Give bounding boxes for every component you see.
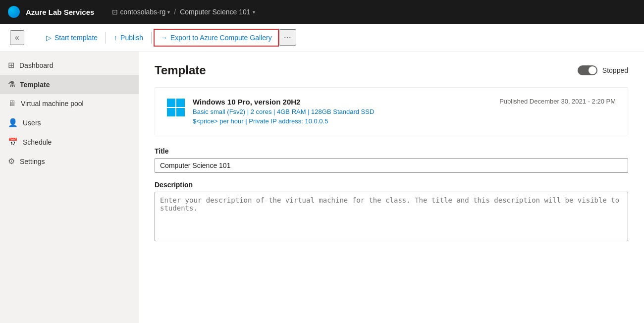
template-form: Title Description: [155, 147, 628, 243]
export-icon: →: [161, 34, 167, 42]
sidebar-item-dashboard-label: Dashboard: [19, 61, 54, 69]
description-label: Description: [155, 181, 628, 189]
windows-logo-icon: [167, 99, 185, 116]
toolbar-divider-2: [151, 32, 152, 44]
sidebar-item-vm-pool[interactable]: 🖥 Virtual machine pool: [0, 94, 139, 113]
sidebar-item-template[interactable]: ⚗ Template: [0, 75, 139, 94]
publish-label: Publish: [120, 34, 143, 42]
export-to-gallery-button[interactable]: → Export to Azure Compute Gallery: [154, 29, 279, 47]
schedule-icon: 📅: [8, 137, 18, 147]
sidebar-item-schedule[interactable]: 📅 Schedule: [0, 132, 139, 152]
status-toggle[interactable]: [578, 65, 597, 75]
breadcrumb-separator: /: [174, 8, 176, 16]
vm-price: $<price> per hour | Private IP address: …: [193, 117, 374, 125]
publish-icon: ↑: [114, 34, 117, 42]
sidebar-item-dashboard[interactable]: ⊞ Dashboard: [0, 55, 139, 75]
sidebar-item-users-label: Users: [23, 119, 41, 127]
toggle-knob: [589, 66, 596, 74]
template-icon: ⚗: [8, 80, 15, 89]
play-icon: ▷: [46, 34, 52, 42]
users-icon: 👤: [8, 118, 18, 127]
vm-card: Windows 10 Pro, version 20H2 Basic small…: [155, 87, 628, 135]
content-area: Template Stopped Win: [139, 52, 644, 323]
sidebar-item-settings-label: Settings: [20, 158, 45, 165]
vm-published-date: Published December 30, 2021 - 2:20 PM: [499, 98, 616, 105]
app-title: Azure Lab Services: [26, 8, 94, 16]
status-label: Stopped: [602, 66, 628, 74]
vm-info-left: Windows 10 Pro, version 20H2 Basic small…: [167, 98, 374, 125]
network-icon: ⊡: [112, 8, 118, 16]
sidebar-item-settings[interactable]: ⚙ Settings: [0, 152, 139, 171]
lab-name-breadcrumb[interactable]: Computer Science 101 ▾: [180, 8, 255, 16]
more-options-button[interactable]: ···: [279, 29, 296, 46]
sidebar-item-template-label: Template: [20, 81, 50, 89]
sidebar-item-schedule-label: Schedule: [23, 138, 52, 146]
title-input[interactable]: [155, 158, 628, 173]
settings-icon: ⚙: [8, 157, 15, 166]
vm-info-row: Windows 10 Pro, version 20H2 Basic small…: [167, 98, 616, 125]
vm-spec: Basic small (Fsv2) | 2 cores | 4GB RAM |…: [193, 108, 374, 115]
start-template-button[interactable]: ▷ Start template: [40, 30, 104, 46]
chevron-down-icon-2: ▾: [253, 9, 255, 15]
description-textarea[interactable]: [155, 192, 628, 241]
breadcrumb: ⊡ contosolabs-rg ▾ / Computer Science 10…: [112, 8, 255, 16]
vm-os-name: Windows 10 Pro, version 20H2: [193, 98, 374, 106]
sidebar-item-vm-pool-label: Virtual machine pool: [21, 100, 84, 108]
start-template-label: Start template: [54, 34, 98, 42]
azure-logo: [8, 6, 20, 18]
export-label: Export to Azure Compute Gallery: [170, 34, 272, 42]
monitor-icon: 🖥: [8, 99, 16, 108]
dashboard-icon: ⊞: [8, 60, 14, 70]
content-header: Template Stopped: [155, 63, 628, 77]
toolbar-divider-1: [106, 32, 106, 44]
vm-details: Windows 10 Pro, version 20H2 Basic small…: [193, 98, 374, 125]
title-label: Title: [155, 147, 628, 155]
chevron-down-icon: ▾: [167, 9, 170, 15]
sidebar: ⊞ Dashboard ⚗ Template 🖥 Virtual machine…: [0, 52, 139, 323]
main-layout: ⊞ Dashboard ⚗ Template 🖥 Virtual machine…: [0, 52, 644, 323]
publish-button[interactable]: ↑ Publish: [108, 30, 149, 46]
toolbar: « ▷ Start template ↑ Publish → Export to…: [0, 24, 644, 52]
page-title: Template: [155, 63, 206, 77]
status-toggle-wrap: Stopped: [578, 65, 628, 75]
sidebar-item-users[interactable]: 👤 Users: [0, 113, 139, 132]
topbar: Azure Lab Services ⊡ contosolabs-rg ▾ / …: [0, 0, 644, 24]
back-button[interactable]: «: [10, 30, 24, 45]
resource-group-breadcrumb[interactable]: ⊡ contosolabs-rg ▾: [112, 8, 170, 16]
